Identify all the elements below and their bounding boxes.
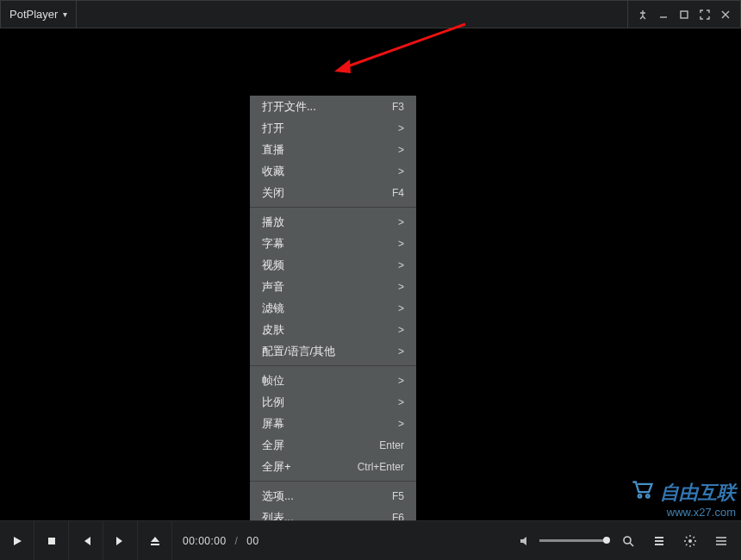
submenu-arrow-icon: > [398, 396, 404, 408]
menu-item-label: 打开文件... [262, 99, 316, 115]
menu-item-label: 字幕 [262, 236, 284, 252]
control-bar: 00:00:00 / 00 [0, 520, 741, 560]
right-controls [519, 532, 741, 551]
menu-item-label: 皮肤 [262, 322, 284, 338]
maximize-button[interactable] [675, 5, 694, 24]
menu-item[interactable]: 关闭F4 [250, 182, 416, 203]
time-total: 00 [246, 535, 258, 547]
menu-shortcut: F5 [392, 490, 404, 502]
submenu-arrow-icon: > [398, 259, 404, 271]
stop-button[interactable] [34, 521, 69, 560]
titlebar: PotPlayer ▾ [0, 0, 741, 28]
playlist-button[interactable] [650, 532, 669, 551]
window-controls [627, 1, 740, 28]
menu-separator [250, 365, 416, 366]
watermark-title: 自由互联 [660, 482, 736, 503]
submenu-arrow-icon: > [398, 144, 404, 156]
search-button[interactable] [619, 532, 638, 551]
menu-item[interactable]: 配置/语言/其他> [250, 340, 416, 362]
menu-item[interactable]: 屏幕> [250, 413, 416, 434]
time-current: 00:00:00 [183, 535, 227, 547]
cart-icon [631, 479, 655, 496]
app-title: PotPlayer [9, 8, 58, 21]
timecode: 00:00:00 / 00 [183, 535, 259, 547]
menu-separator [250, 481, 416, 482]
submenu-arrow-icon: > [398, 281, 404, 293]
menu-item-label: 滤镜 [262, 301, 284, 316]
menu-item-label: 配置/语言/其他 [262, 344, 335, 359]
menu-item[interactable]: 打开> [250, 117, 416, 139]
time-separator: / [235, 535, 239, 547]
svg-rect-0 [681, 11, 688, 18]
menu-item[interactable]: 全屏+Ctrl+Enter [250, 456, 416, 477]
menu-button[interactable] [712, 532, 731, 551]
playback-buttons [0, 521, 172, 560]
menu-item[interactable]: 声音> [250, 276, 416, 297]
menu-item-label: 视频 [262, 258, 284, 273]
menu-item-label: 比例 [262, 395, 284, 410]
submenu-arrow-icon: > [398, 238, 404, 250]
menu-item-label: 帧位 [262, 373, 284, 389]
menu-item[interactable]: 打开文件...F3 [250, 96, 416, 117]
menu-shortcut: F3 [392, 101, 404, 113]
menu-item-label: 关闭 [262, 185, 284, 201]
volume-control[interactable] [519, 534, 607, 548]
eject-button[interactable] [138, 521, 172, 560]
menu-item[interactable]: 皮肤> [250, 319, 416, 340]
play-button[interactable] [0, 521, 34, 560]
submenu-arrow-icon: > [398, 122, 404, 134]
submenu-arrow-icon: > [398, 165, 404, 177]
submenu-arrow-icon: > [398, 216, 404, 228]
svg-point-5 [688, 539, 692, 543]
menu-item-label: 声音 [262, 279, 284, 295]
minimize-button[interactable] [654, 5, 673, 24]
menu-shortcut: F4 [392, 187, 404, 199]
menu-shortcut: Ctrl+Enter [358, 461, 404, 473]
previous-button[interactable] [69, 521, 103, 560]
pin-icon[interactable] [633, 5, 652, 24]
menu-item[interactable]: 全屏Enter [250, 434, 416, 456]
submenu-arrow-icon: > [398, 302, 404, 314]
volume-knob[interactable] [603, 537, 610, 544]
submenu-arrow-icon: > [398, 375, 404, 387]
menu-shortcut: Enter [379, 439, 404, 451]
svg-point-1 [638, 495, 640, 497]
menu-item-label: 播放 [262, 215, 284, 230]
menu-item[interactable]: 字幕> [250, 233, 416, 254]
submenu-arrow-icon: > [398, 345, 404, 358]
seek-bar[interactable] [0, 515, 741, 520]
annotation-arrow [327, 20, 474, 89]
menu-item-label: 选项... [262, 488, 294, 504]
volume-slider[interactable] [539, 539, 607, 542]
menu-item-label: 全屏 [262, 438, 284, 453]
submenu-arrow-icon: > [398, 324, 404, 336]
next-button[interactable] [103, 521, 138, 560]
volume-icon [519, 534, 532, 548]
submenu-arrow-icon: > [398, 418, 404, 430]
settings-button[interactable] [681, 532, 700, 551]
video-stage[interactable]: 解码 打开文件...F3打开>直播>收藏>关闭F4播放>字幕>视频>声音>滤镜>… [0, 28, 741, 520]
menu-item[interactable]: 直播> [250, 139, 416, 160]
menu-item-label: 打开 [262, 121, 284, 136]
volume-fill [539, 539, 607, 542]
svg-point-4 [624, 537, 631, 544]
menu-item[interactable]: 帧位> [250, 370, 416, 391]
svg-point-2 [646, 495, 649, 497]
menu-separator [250, 207, 416, 208]
menu-item-label: 收藏 [262, 164, 284, 179]
close-button[interactable] [716, 5, 735, 24]
menu-item[interactable]: 收藏> [250, 160, 416, 182]
app-menu-button[interactable]: PotPlayer ▾ [1, 1, 77, 28]
menu-item[interactable]: 播放> [250, 211, 416, 233]
menu-item-label: 直播 [262, 142, 284, 158]
fullscreen-button[interactable] [695, 5, 714, 24]
menu-item[interactable]: 视频> [250, 254, 416, 276]
svg-rect-3 [48, 538, 55, 544]
menu-item[interactable]: 比例> [250, 391, 416, 413]
chevron-down-icon: ▾ [63, 9, 67, 19]
menu-item[interactable]: 滤镜> [250, 297, 416, 319]
menu-item[interactable]: 选项...F5 [250, 485, 416, 507]
watermark: 自由互联 www.x27.com [631, 479, 736, 519]
menu-item-label: 全屏+ [262, 459, 291, 475]
context-menu: 打开文件...F3打开>直播>收藏>关闭F4播放>字幕>视频>声音>滤镜>皮肤>… [250, 96, 416, 560]
